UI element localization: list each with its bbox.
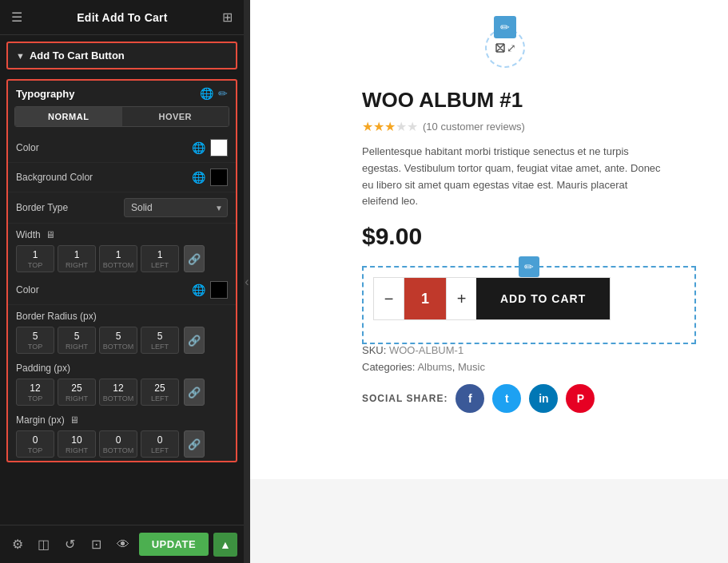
hover-tab[interactable]: HOVER xyxy=(122,107,229,126)
update-arrow-button[interactable]: ▲ xyxy=(213,533,237,557)
margin-label: Margin (px) xyxy=(16,414,65,426)
edit-icon[interactable]: ✏ xyxy=(218,87,228,100)
expand-icon xyxy=(494,42,507,54)
margin-link-icon[interactable]: 🔗 xyxy=(184,430,205,458)
divider-handle-icon: ‹ xyxy=(245,275,249,289)
radius-left-input[interactable]: 5 LEFT xyxy=(141,327,179,354)
blue-edit-button[interactable]: ✏ xyxy=(494,16,516,38)
twitter-share-button[interactable]: t xyxy=(492,384,521,413)
margin-top-input[interactable]: 0 TOP xyxy=(16,430,54,458)
panel-title: Edit Add To Cart xyxy=(77,11,168,24)
sku-value: WOO-ALBUM-1 xyxy=(389,344,463,356)
border-color-swatch[interactable] xyxy=(210,281,228,299)
quantity-plus-button[interactable]: + xyxy=(446,278,476,319)
bg-color-controls: 🌐 xyxy=(192,169,228,186)
bg-globe-icon[interactable]: 🌐 xyxy=(192,171,205,184)
star-rating-row: ★★★★★ (10 customer reviews) xyxy=(362,119,696,134)
grid-icon[interactable]: ⊞ xyxy=(222,10,233,25)
radius-bottom-input[interactable]: 5 BOTTOM xyxy=(99,327,137,354)
color-globe-icon[interactable]: 🌐 xyxy=(192,141,205,154)
normal-tab[interactable]: NORMAL xyxy=(15,107,122,126)
settings-scroll-area: Typography 🌐 ✏ NORMAL HOVER Color 🌐 xyxy=(0,76,244,563)
widget-edit-button[interactable]: ✏ xyxy=(519,256,539,277)
sku-row: SKU: WOO-ALBUM-1 xyxy=(362,344,696,356)
sku-label: SKU: xyxy=(362,344,386,356)
typography-label: Typography xyxy=(16,88,74,100)
width-input-group: 1 TOP 1 RIGHT 1 BOTTOM 1 LEFT 🔗 xyxy=(8,242,236,276)
right-panel: ⤢ ✏ WOO ALBUM #1 ★★★★★ (10 customer revi… xyxy=(250,0,728,563)
color-controls: 🌐 xyxy=(192,139,228,157)
width-link-icon[interactable]: 🔗 xyxy=(184,245,205,272)
product-price: $9.00 xyxy=(362,223,696,250)
bg-color-swatch[interactable] xyxy=(210,169,228,186)
color-row: Color 🌐 xyxy=(8,133,236,163)
border-color-globe-icon[interactable]: 🌐 xyxy=(192,283,205,296)
padding-link-icon[interactable]: 🔗 xyxy=(184,379,205,406)
category-albums-link[interactable]: Albums xyxy=(417,361,452,373)
margin-input-group: 0 TOP 10 RIGHT 0 BOTTOM 0 LEFT 🔗 xyxy=(8,427,236,461)
border-color-controls: 🌐 xyxy=(192,281,228,299)
layers-icon[interactable]: ◫ xyxy=(33,537,54,552)
settings-icon[interactable]: ⚙ xyxy=(6,537,28,552)
category-music-link[interactable]: Music xyxy=(458,361,485,373)
width-label: Width xyxy=(16,229,41,240)
color-swatch[interactable] xyxy=(210,139,228,157)
radius-link-icon[interactable]: 🔗 xyxy=(184,327,205,354)
update-button[interactable]: UPDATE xyxy=(139,533,209,556)
reviews-link[interactable]: (10 customer reviews) xyxy=(423,121,525,133)
atc-button-section[interactable]: ▼ Add To Cart Button xyxy=(6,42,237,69)
product-area: WOO ALBUM #1 ★★★★★ (10 customer reviews)… xyxy=(314,80,696,413)
quantity-display: 1 xyxy=(404,278,446,319)
responsive-icon[interactable]: ⊡ xyxy=(86,537,107,552)
padding-bottom-input[interactable]: 12 BOTTOM xyxy=(99,379,137,406)
border-type-row: Border Type Solid Dashed Dotted None ▼ xyxy=(8,192,236,224)
padding-left-input[interactable]: 25 LEFT xyxy=(141,379,179,406)
width-label-row: Width 🖥 xyxy=(8,224,236,242)
globe-icon[interactable]: 🌐 xyxy=(200,87,213,100)
width-right-input[interactable]: 1 RIGHT xyxy=(58,245,96,272)
linkedin-share-button[interactable]: in xyxy=(529,384,558,413)
border-type-select-wrapper: Solid Dashed Dotted None ▼ xyxy=(124,198,228,217)
bg-color-label: Background Color xyxy=(16,172,93,183)
canvas-area: ⤢ ✏ WOO ALBUM #1 ★★★★★ (10 customer revi… xyxy=(250,0,728,479)
collapse-arrow-icon: ▼ xyxy=(16,51,25,61)
width-left-input[interactable]: 1 LEFT xyxy=(141,245,179,272)
padding-label-row: Padding (px) xyxy=(8,357,236,375)
width-top-input[interactable]: 1 TOP xyxy=(16,245,54,272)
bottom-toolbar: ⚙ ◫ ↺ ⊡ 👁 UPDATE ▲ xyxy=(0,525,244,563)
margin-bottom-input[interactable]: 0 BOTTOM xyxy=(99,430,137,458)
quantity-minus-button[interactable]: − xyxy=(374,278,404,319)
monitor-icon[interactable]: 🖥 xyxy=(46,229,55,240)
margin-left-input[interactable]: 0 LEFT xyxy=(141,430,179,458)
radius-top-input[interactable]: 5 TOP xyxy=(16,327,54,354)
facebook-share-button[interactable]: f xyxy=(455,384,484,413)
padding-right-input[interactable]: 25 RIGHT xyxy=(58,379,96,406)
pinterest-share-button[interactable]: P xyxy=(566,384,595,413)
cart-row: − 1 + ADD TO CART xyxy=(373,277,611,320)
border-color-label: Color xyxy=(16,284,39,295)
add-to-cart-button[interactable]: ADD TO CART xyxy=(476,278,610,319)
padding-top-input[interactable]: 12 TOP xyxy=(16,379,54,406)
typography-icons: 🌐 ✏ xyxy=(200,87,228,100)
panel-divider[interactable]: ‹ xyxy=(244,0,250,563)
margin-monitor-icon[interactable]: 🖥 xyxy=(70,414,79,426)
product-title: WOO ALBUM #1 xyxy=(362,88,696,113)
hamburger-icon[interactable]: ☰ xyxy=(11,10,22,25)
margin-right-input[interactable]: 10 RIGHT xyxy=(58,430,96,458)
social-label: SOCIAL SHARE: xyxy=(362,393,448,404)
categories-label: Categories: xyxy=(362,361,415,373)
width-bottom-input[interactable]: 1 BOTTOM xyxy=(99,245,137,272)
history-icon[interactable]: ↺ xyxy=(59,537,81,552)
normal-hover-toggle[interactable]: NORMAL HOVER xyxy=(14,106,229,127)
padding-input-group: 12 TOP 25 RIGHT 12 BOTTOM 25 LEFT 🔗 xyxy=(8,375,236,409)
eye-icon[interactable]: 👁 xyxy=(113,537,134,552)
panel-header-left-icons: ☰ xyxy=(11,10,22,25)
border-color-row: Color 🌐 xyxy=(8,276,236,305)
border-radius-input-group: 5 TOP 5 RIGHT 5 BOTTOM 5 LEFT 🔗 xyxy=(8,323,236,357)
radius-right-input[interactable]: 5 RIGHT xyxy=(58,327,96,354)
typography-section: Typography 🌐 ✏ NORMAL HOVER Color 🌐 xyxy=(6,79,237,462)
border-type-select[interactable]: Solid Dashed Dotted None xyxy=(124,198,228,217)
typography-header: Typography 🌐 ✏ xyxy=(8,81,236,106)
panel-header: ☰ Edit Add To Cart ⊞ xyxy=(0,0,244,35)
left-panel: ☰ Edit Add To Cart ⊞ ▼ Add To Cart Butto… xyxy=(0,0,244,563)
